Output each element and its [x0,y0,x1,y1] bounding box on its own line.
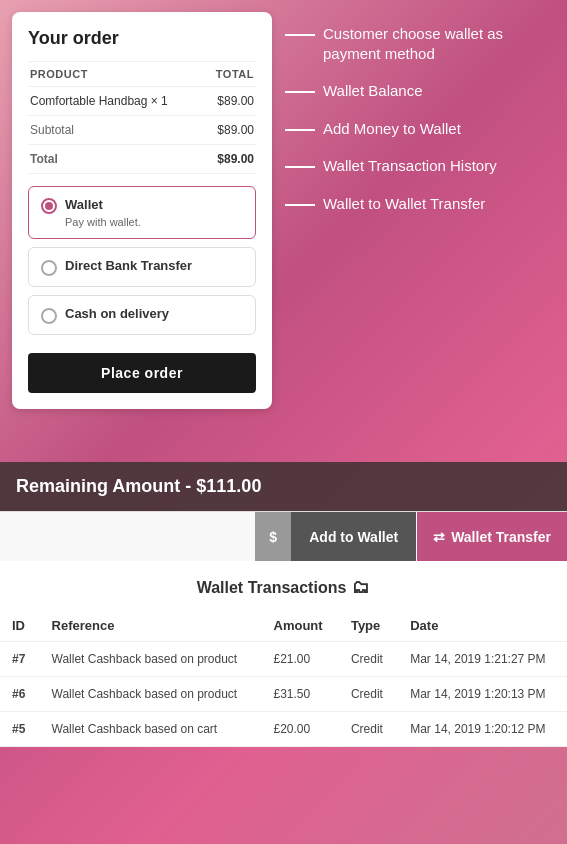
tx-amount: £31.50 [262,677,339,712]
col-product: PRODUCT [28,62,204,87]
col-date: Date [398,610,567,642]
place-order-button[interactable]: Place order [28,353,256,393]
annotation-1: Customer choose wallet as payment method [285,24,555,63]
tx-reference: Wallet Cashback based on product [40,677,262,712]
tx-id: #7 [0,642,40,677]
tx-type: Credit [339,642,398,677]
tx-type: Credit [339,712,398,747]
cod-label: Cash on delivery [65,306,169,321]
transfer-icon: ⇄ [433,529,445,545]
annotation-2: Wallet Balance [285,81,555,101]
transactions-title-text: Wallet Transactions [197,579,347,597]
annotation-line [285,166,315,168]
annotation-line [285,129,315,131]
wallet-label: Wallet [65,197,141,212]
tx-reference: Wallet Cashback based on cart [40,712,262,747]
bank-label: Direct Bank Transfer [65,258,192,273]
annotation-3: Add Money to Wallet [285,119,555,139]
transactions-title: Wallet Transactions 🗂 [0,561,567,610]
wallet-amount-input[interactable] [0,512,255,561]
wallet-transfer-button[interactable]: ⇄ Wallet Transfer [417,512,567,561]
tx-date: Mar 14, 2019 1:20:12 PM [398,712,567,747]
annotations-panel: Customer choose wallet as payment method… [285,24,555,231]
annotation-text: Customer choose wallet as payment method [323,24,555,63]
annotation-5: Wallet to Wallet Transfer [285,194,555,214]
subtotal-label: Subtotal [28,116,204,145]
annotation-line [285,34,315,36]
payment-option-bank[interactable]: Direct Bank Transfer [28,247,256,287]
wallet-action-row: $ Add to Wallet ⇄ Wallet Transfer [0,511,567,561]
annotation-text: Add Money to Wallet [323,119,461,139]
wallet-icon: 🗂 [352,577,370,598]
tx-date: Mar 14, 2019 1:20:13 PM [398,677,567,712]
total-label: Total [28,145,204,174]
payment-option-wallet[interactable]: Wallet Pay with wallet. [28,186,256,239]
col-id: ID [0,610,40,642]
order-card: Your order PRODUCT TOTAL Comfortable Han… [12,12,272,409]
annotation-4: Wallet Transaction History [285,156,555,176]
table-row: Total $89.00 [28,145,256,174]
wallet-desc: Pay with wallet. [65,216,141,228]
annotation-text: Wallet Transaction History [323,156,497,176]
tx-date: Mar 14, 2019 1:21:27 PM [398,642,567,677]
total-value: $89.00 [204,145,256,174]
col-reference: Reference [40,610,262,642]
table-row: Comfortable Handbag × 1 $89.00 [28,87,256,116]
table-row: #6 Wallet Cashback based on product £31.… [0,677,567,712]
table-row: #5 Wallet Cashback based on cart £20.00 … [0,712,567,747]
payment-option-cod[interactable]: Cash on delivery [28,295,256,335]
col-type: Type [339,610,398,642]
remaining-amount-text: Remaining Amount - $111.00 [16,476,261,496]
currency-badge: $ [255,512,291,561]
annotation-line [285,91,315,93]
order-title: Your order [28,28,256,49]
add-to-wallet-button[interactable]: Add to Wallet [291,512,416,561]
radio-cod [41,308,57,324]
remaining-amount-bar: Remaining Amount - $111.00 [0,462,567,511]
annotation-line [285,204,315,206]
transfer-label: Wallet Transfer [451,529,551,545]
tx-reference: Wallet Cashback based on product [40,642,262,677]
table-header-row: ID Reference Amount Type Date [0,610,567,642]
radio-bank [41,260,57,276]
tx-type: Credit [339,677,398,712]
item-name: Comfortable Handbag × 1 [28,87,204,116]
table-row: Subtotal $89.00 [28,116,256,145]
tx-amount: £21.00 [262,642,339,677]
subtotal-value: $89.00 [204,116,256,145]
annotation-text: Wallet Balance [323,81,423,101]
transactions-table: ID Reference Amount Type Date #7 Wallet … [0,610,567,747]
item-total: $89.00 [204,87,256,116]
col-total: TOTAL [204,62,256,87]
transactions-section: Wallet Transactions 🗂 ID Reference Amoun… [0,561,567,747]
table-row: #7 Wallet Cashback based on product £21.… [0,642,567,677]
tx-amount: £20.00 [262,712,339,747]
tx-id: #6 [0,677,40,712]
annotation-text: Wallet to Wallet Transfer [323,194,485,214]
col-amount: Amount [262,610,339,642]
order-table: PRODUCT TOTAL Comfortable Handbag × 1 $8… [28,61,256,174]
payment-section: Wallet Pay with wallet. Direct Bank Tran… [28,186,256,393]
tx-id: #5 [0,712,40,747]
radio-wallet [41,198,57,214]
